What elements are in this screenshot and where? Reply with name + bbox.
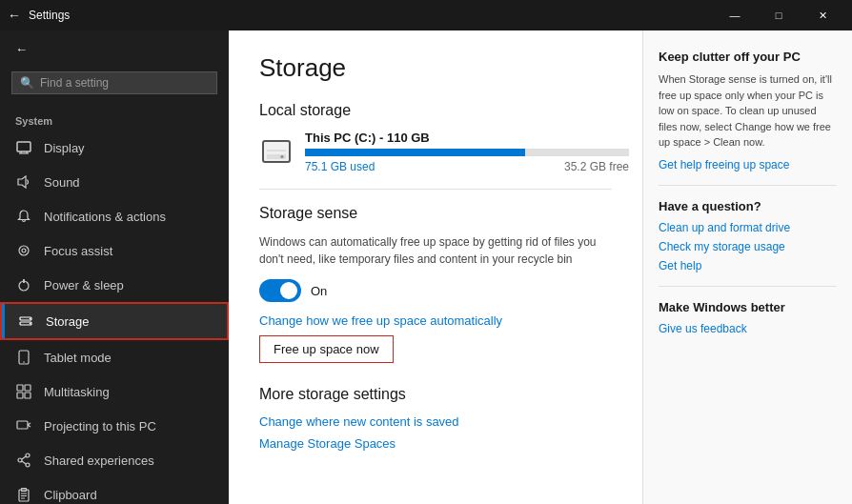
drive-name: This PC (C:) - 110 GB xyxy=(305,131,629,145)
power-icon xyxy=(15,276,32,293)
progress-fill xyxy=(305,149,525,156)
projecting-icon xyxy=(15,417,32,434)
svg-point-23 xyxy=(18,458,22,462)
search-input[interactable] xyxy=(40,76,209,90)
question-title: Have a question? xyxy=(659,199,837,213)
sidebar-item-focus[interactable]: Focus assist xyxy=(0,233,229,268)
sidebar-back-button[interactable]: ← xyxy=(0,30,229,68)
svg-line-26 xyxy=(22,461,26,464)
maximize-button[interactable]: □ xyxy=(757,0,801,30)
toggle-knob xyxy=(280,282,297,299)
svg-line-25 xyxy=(22,456,26,459)
sidebar-item-clipboard[interactable]: Clipboard xyxy=(0,477,229,504)
clipboard-icon xyxy=(15,486,32,503)
svg-point-34 xyxy=(281,155,284,158)
back-arrow-icon: ← xyxy=(15,42,28,56)
keep-clutter-title: Keep clutter off your PC xyxy=(659,50,837,64)
multitasking-icon xyxy=(15,383,32,400)
svg-point-22 xyxy=(26,454,30,457)
toggle-label: On xyxy=(311,284,327,298)
used-label: 75.1 GB used xyxy=(305,160,375,173)
sidebar-item-projecting[interactable]: Projecting to this PC xyxy=(0,409,229,443)
rp-divider-2 xyxy=(659,286,837,287)
title-bar-left: ← Settings xyxy=(8,8,70,23)
sidebar-item-multitasking[interactable]: Multitasking xyxy=(0,374,229,409)
change-link[interactable]: Change how we free up space automaticall… xyxy=(259,313,502,328)
get-help-freeing-link[interactable]: Get help freeing up space xyxy=(659,158,837,171)
sidebar-item-notifications[interactable]: Notifications & actions xyxy=(0,199,229,233)
free-up-button[interactable]: Free up space now xyxy=(259,335,394,363)
power-label: Power & sleep xyxy=(44,278,124,292)
manage-spaces-link[interactable]: Manage Storage Spaces xyxy=(259,436,396,451)
search-box[interactable]: 🔍 xyxy=(11,71,217,94)
svg-marker-4 xyxy=(18,176,26,188)
check-usage-link[interactable]: Check my storage usage xyxy=(659,240,837,253)
projecting-label: Projecting to this PC xyxy=(44,419,156,433)
notifications-label: Notifications & actions xyxy=(44,210,166,224)
clean-format-link[interactable]: Clean up and format drive xyxy=(659,221,837,234)
feedback-link[interactable]: Give us feedback xyxy=(659,322,837,335)
minimize-button[interactable]: — xyxy=(713,0,757,30)
main-content: Storage Local storage This PC (C:) - 110… xyxy=(229,30,642,504)
svg-rect-16 xyxy=(25,385,30,391)
storage-item: This PC (C:) - 110 GB 75.1 GB used 35.2 … xyxy=(259,131,612,173)
more-storage-title: More storage settings xyxy=(259,386,612,403)
storage-sense-title: Storage sense xyxy=(259,205,612,222)
storage-label: Storage xyxy=(46,314,90,329)
close-button[interactable]: ✕ xyxy=(801,0,844,30)
multitasking-label: Multitasking xyxy=(44,385,110,399)
svg-point-24 xyxy=(26,463,30,467)
back-icon[interactable]: ← xyxy=(8,8,21,23)
drive-icon xyxy=(259,135,294,170)
svg-point-6 xyxy=(22,249,26,252)
window-title: Settings xyxy=(29,9,70,22)
search-icon: 🔍 xyxy=(20,76,34,90)
storage-sense-toggle[interactable] xyxy=(259,279,301,302)
keep-clutter-desc: When Storage sense is turned on, it'll f… xyxy=(659,71,837,151)
rp-divider-1 xyxy=(659,185,837,186)
change-content-link[interactable]: Change where new content is saved xyxy=(259,414,459,429)
drive-stats: 75.1 GB used 35.2 GB free xyxy=(305,160,629,173)
app-body: ← 🔍 System Display Sound Notifications &… xyxy=(0,30,852,504)
sidebar-item-power[interactable]: Power & sleep xyxy=(0,268,229,302)
svg-rect-19 xyxy=(17,421,28,429)
svg-rect-17 xyxy=(17,393,23,398)
right-panel: Keep clutter off your PC When Storage se… xyxy=(642,30,852,504)
sound-icon xyxy=(15,173,32,191)
sidebar-item-tablet[interactable]: Tablet mode xyxy=(0,340,229,374)
svg-point-11 xyxy=(30,318,31,320)
storage-icon xyxy=(17,312,34,330)
svg-rect-15 xyxy=(17,385,23,391)
title-bar: ← Settings — □ ✕ xyxy=(0,0,852,30)
svg-point-14 xyxy=(23,361,25,363)
sidebar: ← 🔍 System Display Sound Notifications &… xyxy=(0,30,229,504)
storage-sense-desc: Windows can automatically free up space … xyxy=(259,233,612,268)
shared-label: Shared experiences xyxy=(44,454,154,468)
display-label: Display xyxy=(44,141,85,155)
notifications-icon xyxy=(15,208,32,225)
clipboard-label: Clipboard xyxy=(44,488,97,502)
sidebar-item-sound[interactable]: Sound xyxy=(0,165,229,199)
display-icon xyxy=(15,139,32,156)
get-help-link[interactable]: Get help xyxy=(659,259,837,272)
tablet-label: Tablet mode xyxy=(44,351,112,365)
sidebar-item-storage[interactable]: Storage xyxy=(0,302,229,340)
local-storage-title: Local storage xyxy=(259,102,612,119)
shared-icon xyxy=(15,452,32,469)
toggle-row: On xyxy=(259,279,612,302)
sound-label: Sound xyxy=(44,175,80,190)
windows-better-title: Make Windows better xyxy=(659,300,837,314)
title-bar-controls: — □ ✕ xyxy=(713,0,844,30)
system-section-label: System xyxy=(0,106,229,131)
free-label: 35.2 GB free xyxy=(564,160,629,173)
sidebar-item-display[interactable]: Display xyxy=(0,131,229,165)
focus-icon xyxy=(15,242,32,259)
divider-1 xyxy=(259,189,612,190)
svg-rect-18 xyxy=(25,393,30,398)
svg-point-5 xyxy=(19,246,29,255)
focus-label: Focus assist xyxy=(44,244,112,258)
page-title: Storage xyxy=(259,53,612,83)
tablet-icon xyxy=(15,349,32,366)
sidebar-item-shared[interactable]: Shared experiences xyxy=(0,443,229,477)
svg-point-12 xyxy=(30,323,31,325)
